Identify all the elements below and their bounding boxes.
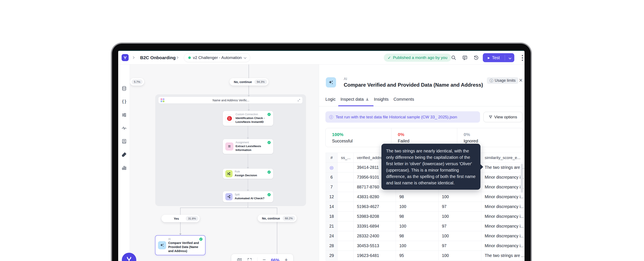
table-row[interactable]: 14 51963-4627 10097 Minor discrepancy i.… <box>326 202 524 212</box>
node-title: Extract LexisNexis Information <box>236 144 271 152</box>
info-icon: i <box>490 79 493 82</box>
node-type-label: Custom Connection <box>236 113 271 116</box>
comments-icon[interactable] <box>462 55 468 60</box>
edge-percentage: 31.8% <box>186 216 198 221</box>
node-type-label: AI <box>168 238 202 240</box>
more-options-button[interactable]: ••• <box>520 54 524 61</box>
node-assignment[interactable]: = Assignment Extract LexisNexis Informat… <box>223 139 273 154</box>
bar-chart-icon[interactable] <box>122 165 127 170</box>
close-panel-button[interactable]: ✕ <box>519 78 522 83</box>
node-ai-compare[interactable]: AI Compare Verified and Provided Data (N… <box>155 235 206 255</box>
panel-tabs: Logic Inspect data Insights Comments <box>326 97 414 102</box>
success-check-badge: ✓ <box>268 193 271 196</box>
activity-icon[interactable] <box>122 126 127 131</box>
workflow-selector[interactable]: v2 Challenger - Automation <box>184 53 250 62</box>
tines-logo[interactable] <box>122 54 129 61</box>
tab-inspect-data-label: Inspect data <box>340 97 364 102</box>
book-icon[interactable] <box>122 138 127 144</box>
tab-logic[interactable]: Logic <box>326 97 336 102</box>
ai-sparkles-icon <box>158 241 166 249</box>
workflow-canvas[interactable]: Name and Address Verific... 5.7% No, con… <box>130 64 319 261</box>
view-options-button[interactable]: View options <box>484 112 522 122</box>
node-custom-connection[interactable]: Custom Connection Identification Check -… <box>223 111 273 126</box>
info-icon: i <box>329 115 333 119</box>
tab-comments[interactable]: Comments <box>394 97 414 102</box>
fit-screen-icon[interactable] <box>247 258 252 261</box>
stat-value: 0% <box>464 132 523 137</box>
tines-y-icon <box>123 56 127 60</box>
node-type-label: AI <box>344 77 347 81</box>
laptop-bezel: B2C Onboarding v2 Challenger - Automatio… <box>111 42 532 261</box>
ai-sparkles-icon <box>326 77 336 88</box>
tab-inspect-data[interactable]: Inspect data <box>340 97 369 102</box>
success-check-badge: ✓ <box>268 170 271 174</box>
zoom-in-icon[interactable]: + <box>284 256 288 261</box>
braces-icon[interactable]: { } <box>122 99 127 104</box>
search-icon[interactable] <box>451 55 456 60</box>
edge-label-text: Yes <box>174 217 179 220</box>
table-row[interactable]: 29 19623-6481 95100 The two strings are … <box>326 251 524 260</box>
workflow-status-dot <box>188 56 191 59</box>
database-icon[interactable] <box>122 86 127 91</box>
table-row[interactable]: 18 53983-8208 98100 Minor discrepancy i.… <box>326 212 524 222</box>
published-status-text: Published a month ago by you <box>393 55 448 60</box>
edge-percentage: 94.3% <box>254 80 267 84</box>
breadcrumb-chevron-icon <box>132 56 134 59</box>
eye-icon[interactable]: ◎ <box>330 165 334 170</box>
group-header[interactable]: Name and Address Verific... <box>158 97 302 104</box>
node-type-label: Rule <box>235 170 257 173</box>
node-type-label: Split <box>235 193 264 196</box>
workflow-name: v2 Challenger - Automation <box>193 55 242 60</box>
top-bar: B2C Onboarding v2 Challenger - Automatio… <box>118 51 524 64</box>
group-title: Name and Address Verific... <box>164 98 298 102</box>
zoom-out-icon[interactable]: − <box>262 256 266 261</box>
usage-limits-label: Usage limits <box>495 78 516 83</box>
app-window: B2C Onboarding v2 Challenger - Automatio… <box>118 51 524 261</box>
edge-label-text: No, continue <box>262 217 280 220</box>
laptop-screen: B2C Onboarding v2 Challenger - Automatio… <box>118 50 524 261</box>
stat-value: 100% <box>332 132 391 137</box>
node-title: Assign Decision <box>235 174 257 177</box>
node-title: Compare Verified and Provided Data (Name… <box>168 241 202 253</box>
edge-label-yes: Yes 31.8% <box>162 215 200 222</box>
edge-percentage: 5.7% <box>132 80 143 84</box>
success-check-badge: ✓ <box>199 238 202 241</box>
panel-scrollbar[interactable] <box>521 164 523 193</box>
tab-insights[interactable]: Insights <box>374 97 389 102</box>
column-header[interactable]: ss_... <box>338 153 354 163</box>
map-icon[interactable] <box>237 258 242 261</box>
success-check-badge: ✓ <box>268 113 271 116</box>
node-rule[interactable]: Rule Assign Decision ✓ <box>223 168 273 179</box>
filter-icon <box>489 115 492 119</box>
column-header[interactable]: # <box>326 153 338 163</box>
table-row[interactable]: 21 33391-6894 10097 Minor discrepancy i.… <box>326 222 524 231</box>
test-dropdown-button[interactable] <box>505 55 514 60</box>
edge-label-text: No, continue <box>234 80 252 84</box>
sliders-icon[interactable] <box>122 112 127 118</box>
view-options-label: View options <box>494 115 517 120</box>
column-header[interactable]: similarity_score_e... <box>481 153 524 163</box>
zoom-level[interactable]: 66% <box>271 258 280 261</box>
left-toolbar: { } <box>118 64 130 261</box>
breadcrumb-chevron-icon <box>176 56 178 59</box>
table-row[interactable]: 24 28332-2400 98100 Minor discrepancy i.… <box>326 231 524 241</box>
node-split[interactable]: Split Automated AI Check? ✓ <box>223 191 273 202</box>
stat-successful: 100% Successful <box>326 128 391 147</box>
history-icon[interactable] <box>474 55 479 60</box>
lexisnexis-icon <box>225 114 234 122</box>
test-run-note: Test run with the test data file Histori… <box>336 115 457 120</box>
table-row[interactable]: 28 30453-5513 10097 Minor discrepancy i.… <box>326 241 524 251</box>
node-title: Identification Check - LexisNexis Instan… <box>236 116 271 124</box>
test-button[interactable]: ▶ Test <box>483 55 505 60</box>
published-status-badge[interactable]: ✓ Published a month ago by you <box>384 54 451 62</box>
usage-limits-button[interactable]: i Usage limits <box>487 77 518 84</box>
shuffle-icon <box>225 170 232 177</box>
breadcrumb-app-name[interactable]: B2C Onboarding <box>140 55 176 60</box>
table-row[interactable]: 12 43831-8280 98100 Minor discrepancy i.… <box>326 192 524 202</box>
edge-label-no-continue-top: No, continue 94.3% <box>230 78 268 86</box>
test-tube-icon[interactable] <box>122 152 127 157</box>
node-type-label: Assignment <box>236 141 271 144</box>
expand-icon[interactable] <box>298 99 300 102</box>
stat-label: Successful <box>332 138 391 144</box>
tines-y-icon <box>126 256 133 261</box>
